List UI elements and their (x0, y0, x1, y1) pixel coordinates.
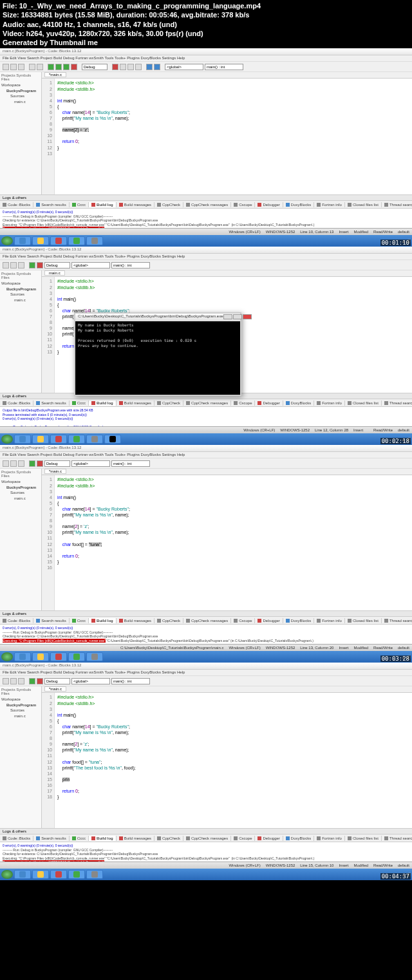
frame-4: main.c [BuckysProgram] - Code::Blocks 13… (0, 663, 412, 880)
log-error: Process terminated with status -10737415… (3, 227, 104, 228)
log-tab-cccc[interactable]: Cccc (70, 202, 89, 207)
log-tabs: Code::Blocks Search results Cccc Build l… (0, 201, 412, 209)
taskbar[interactable]: ▲ 🔊 00:02:18 (0, 433, 412, 445)
log-tabs: Code::Blocks Search results Cccc Build l… (0, 399, 412, 407)
console-title: C:\Users\Bucky\Desktop\C_Tutorials\Bucky… (75, 314, 240, 321)
console-output: My name is Bucky Roberts My name is Buck… (75, 321, 240, 349)
audio-line: Audio: aac, 44100 Hz, 1 channels, s16, 4… (3, 20, 409, 29)
stop-icon[interactable] (37, 262, 43, 269)
log-tab-cb[interactable]: Code::Blocks (0, 202, 33, 207)
gen-line: Generated by Thumbnail me (3, 38, 409, 47)
func-dropdown[interactable]: main() : int (205, 64, 243, 70)
frame-2: main.c [BuckysProgram] - Code::Blocks 13… (0, 247, 412, 445)
frame-1: main.c [BuckysProgram] - Code::Blocks 13… (0, 48, 412, 247)
workspace-node[interactable]: Workspace (1, 82, 40, 88)
log-tab-cscope[interactable]: Cscope (231, 202, 255, 207)
task-ie[interactable] (14, 236, 31, 245)
build-icon[interactable] (48, 64, 54, 70)
log-tab-search[interactable]: Search results (33, 202, 69, 207)
scope-dropdown[interactable]: <global> (165, 64, 203, 70)
log-tab-doxy[interactable]: DoxyBlocks (283, 202, 314, 207)
toolbar: Debug <global> main() : int (0, 260, 412, 270)
editor: *main.c 12345678910111213 #include <stdi… (42, 72, 412, 194)
open-icon[interactable] (10, 262, 17, 269)
file-info-header: File: 10_-_Why_we_need_Arrays_to_making_… (0, 0, 412, 48)
toolbar: Debug <global> main() : int (0, 62, 412, 72)
logs-label: Logs & others (0, 194, 412, 201)
step-icon[interactable] (127, 64, 134, 70)
log-tab-buildlog[interactable]: Build log (89, 202, 117, 207)
target-dropdown[interactable]: Debug (44, 262, 70, 269)
log-tab-cppcheck[interactable]: CppCheck (154, 202, 183, 207)
file-tab[interactable]: main.c (44, 270, 65, 276)
redo-icon[interactable] (37, 64, 43, 70)
console-window[interactable]: C:\Users\Bucky\Desktop\C_Tutorials\Bucky… (74, 312, 241, 396)
editor-tabs: *main.c (42, 72, 412, 79)
open-icon[interactable] (10, 64, 17, 70)
target-dropdown[interactable]: Debug (82, 64, 108, 70)
doxy-icon[interactable] (146, 64, 153, 70)
start-button[interactable] (1, 435, 13, 444)
sidebar: Projects Symbols Files Workspace BuckysP… (0, 72, 42, 194)
window-title: main.c [BuckysProgram] - Code::Blocks 13… (0, 247, 412, 254)
max-button[interactable] (233, 314, 242, 319)
task-explorer[interactable] (32, 236, 49, 245)
undo-icon[interactable] (29, 64, 35, 70)
log-tab-fortran[interactable]: Fortran info (314, 202, 345, 207)
file-line: File: 10_-_Why_we_need_Arrays_to_making_… (3, 1, 409, 10)
sources-node[interactable]: Sources (1, 93, 40, 99)
sidebar: Projects Symbols Files Workspace BuckysP… (0, 270, 42, 393)
timestamp: 00:01:10 (380, 240, 411, 246)
taskbar[interactable]: ▲ 🔊 00:01:10 (0, 235, 412, 247)
log-tab-closed[interactable]: Closed files list (345, 202, 382, 207)
line-numbers: 12345678910111213 (42, 79, 55, 194)
build-log: 0 error(s), 0 warning(s) (0 minute(s), 0… (0, 209, 412, 228)
video-line: Video: h264, yuv420p, 1280x720, 326 kb/s… (3, 29, 409, 38)
build-run-icon[interactable] (63, 64, 70, 70)
status-bar: Windows (CR+LF)WINDOWS-1252Line 10, Colu… (0, 228, 412, 235)
scope-dropdown[interactable]: <global> (71, 262, 110, 269)
window-title: main.c [BuckysProgram] - Code::Blocks 13… (0, 48, 412, 55)
run-icon[interactable] (55, 64, 62, 70)
frame-3: main.c [BuckysProgram] - Code::Blocks 13… (0, 445, 412, 663)
log-tab-thread[interactable]: Thread search (382, 202, 412, 207)
step-icon[interactable] (135, 64, 142, 70)
min-button[interactable] (223, 314, 232, 319)
debug-icon[interactable] (112, 64, 118, 70)
step-icon[interactable] (120, 64, 126, 70)
stop-icon[interactable] (71, 64, 77, 70)
status-path: C:\Users\Bucky\Desktop\C_Tutorials\Bucky… (120, 646, 224, 650)
save-icon[interactable] (18, 64, 24, 70)
menu-bar[interactable]: File Edit View Search Project Build Debu… (0, 55, 412, 62)
size-line: Size: 16334881 bytes (15.58 MiB), durati… (3, 10, 409, 19)
log-tab-debugger[interactable]: Debugger (255, 202, 283, 207)
sidebar-tabs[interactable]: Projects Symbols Files (1, 73, 40, 81)
status-bar: Windows (CR+LF)WINDOWS-1252Line 12, Colu… (0, 426, 412, 433)
project-node[interactable]: BuckysProgram (1, 88, 40, 93)
task-cb[interactable] (86, 236, 103, 245)
code-area[interactable]: 12345678910111213 #include <stdio.h> #in… (42, 79, 412, 194)
log-tab-cppcheckmsg[interactable]: CppCheck messages (183, 202, 231, 207)
save-icon[interactable] (18, 262, 24, 269)
task-app[interactable] (50, 236, 67, 245)
close-button[interactable] (243, 314, 252, 319)
code-text[interactable]: #include <stdio.h> #include <stdlib.h> i… (55, 79, 412, 194)
start-button[interactable] (1, 236, 13, 245)
build-log: Output file is bin\Debug\BuckysProgram.e… (0, 407, 412, 426)
run-icon[interactable] (29, 262, 35, 269)
file-node[interactable]: main.c (1, 99, 40, 104)
menu-bar[interactable]: File Edit View Search Project Build Debu… (0, 254, 412, 260)
new-icon[interactable] (3, 64, 9, 70)
doxy-icon[interactable] (154, 64, 160, 70)
file-tab[interactable]: *main.c (44, 72, 66, 77)
new-icon[interactable] (3, 262, 9, 269)
func-dropdown[interactable]: main() : int (111, 262, 150, 269)
log-tab-buildmsg[interactable]: Build messages (117, 202, 154, 207)
task-app[interactable] (68, 236, 85, 245)
